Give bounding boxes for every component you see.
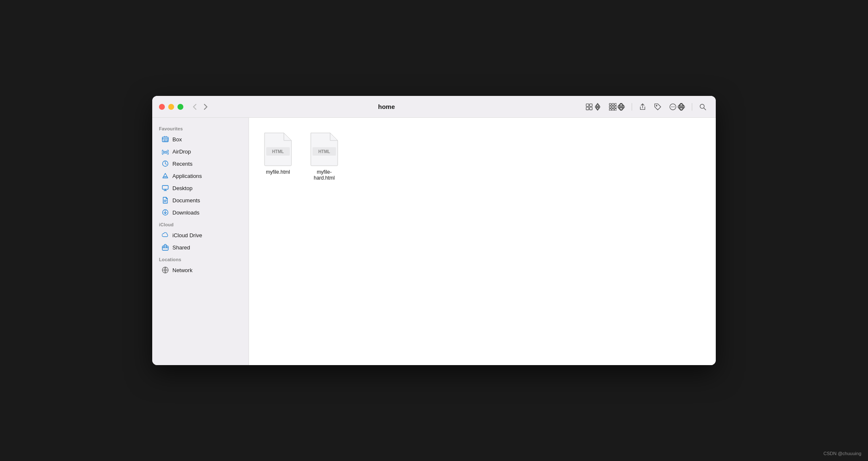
sidebar-item-box[interactable]: BOX Box [155,133,246,145]
sidebar-item-airdrop[interactable]: AirDrop [155,146,246,157]
sidebar-item-shared[interactable]: Shared [155,241,246,253]
file-icon-myfile: HTML [263,131,293,167]
network-icon [161,266,169,274]
svg-rect-7 [609,106,611,108]
downloads-icon [161,209,169,216]
applications-icon [161,172,169,180]
arrange-button[interactable] [606,101,627,112]
sidebar-item-applications[interactable]: Applications [155,170,246,182]
icloud-drive-icon [161,231,169,239]
sidebar-item-recents-label: Recents [172,161,193,167]
svg-rect-6 [615,103,617,105]
svg-rect-1 [590,103,592,106]
files-grid: HTML myfile.html HTML [259,128,706,184]
file-item-myfile[interactable]: HTML myfile.html [259,128,297,184]
svg-point-18 [700,104,704,108]
documents-icon [161,196,169,204]
sidebar-locations-title: Locations [152,254,249,264]
svg-rect-0 [586,103,589,106]
sidebar-item-desktop-label: Desktop [172,185,193,191]
sidebar-favourites-title: Favourites [152,123,249,133]
svg-rect-32 [162,246,168,250]
svg-rect-3 [590,107,592,109]
sidebar-item-network-label: Network [172,267,193,273]
svg-text:HTML: HTML [318,149,330,154]
svg-text:BOX: BOX [164,139,169,142]
recents-icon [161,160,169,167]
file-item-myfile-hard[interactable]: HTML myfile-hard.html [305,128,343,184]
sidebar-item-downloads[interactable]: Downloads [155,207,246,218]
sidebar: Favourites BOX Box [152,118,249,365]
close-button[interactable] [159,104,165,110]
sidebar-icloud-title: iCloud [152,219,249,229]
toolbar-right [583,101,709,112]
box-icon: BOX [161,135,169,143]
svg-text:HTML: HTML [272,149,284,154]
main-content: Favourites BOX Box [152,118,716,365]
svg-rect-8 [612,106,614,108]
titlebar: home [152,96,716,118]
file-name-myfile-hard: myfile-hard.html [309,169,340,181]
sidebar-item-recents[interactable]: Recents [155,158,246,170]
svg-rect-11 [612,109,614,111]
sidebar-item-documents-label: Documents [172,197,200,204]
sidebar-item-network[interactable]: Network [155,264,246,276]
file-name-myfile: myfile.html [266,169,290,175]
minimize-button[interactable] [168,104,174,110]
file-icon-myfile-hard: HTML [309,131,339,167]
file-area: HTML myfile.html HTML [249,118,716,365]
svg-point-16 [672,106,673,107]
sidebar-item-icloud-drive[interactable]: iCloud Drive [155,229,246,241]
toolbar-divider-2 [692,103,692,111]
sidebar-item-shared-label: Shared [172,244,190,251]
finder-window: home [152,96,716,365]
view-icon-button[interactable] [583,101,604,112]
search-button[interactable] [696,101,709,112]
svg-point-15 [671,106,672,107]
sidebar-item-downloads-label: Downloads [172,209,199,216]
more-button[interactable] [667,101,688,112]
desktop-icon [161,184,169,192]
svg-rect-12 [615,109,617,111]
svg-rect-2 [586,107,589,109]
sidebar-item-applications-label: Applications [172,173,202,179]
airdrop-icon [161,148,169,155]
share-button[interactable] [636,101,649,112]
svg-point-13 [656,105,657,106]
maximize-button[interactable] [177,104,183,110]
sidebar-item-desktop[interactable]: Desktop [155,182,246,194]
window-controls [159,104,183,110]
toolbar-divider [632,103,632,111]
shared-icon [161,244,169,251]
svg-rect-4 [609,103,611,105]
sidebar-item-documents[interactable]: Documents [155,194,246,206]
svg-rect-5 [612,103,614,105]
svg-rect-25 [162,185,168,189]
svg-point-22 [164,151,166,153]
svg-point-17 [674,106,675,107]
svg-rect-9 [615,106,617,108]
watermark: CSDN @chuuuing [823,451,861,456]
sidebar-item-box-label: Box [172,136,182,143]
sidebar-item-icloud-drive-label: iCloud Drive [172,232,202,238]
tag-button[interactable] [651,101,664,112]
svg-line-19 [704,108,706,110]
svg-rect-10 [609,109,611,111]
sidebar-item-airdrop-label: AirDrop [172,148,191,155]
window-title: home [190,103,583,110]
